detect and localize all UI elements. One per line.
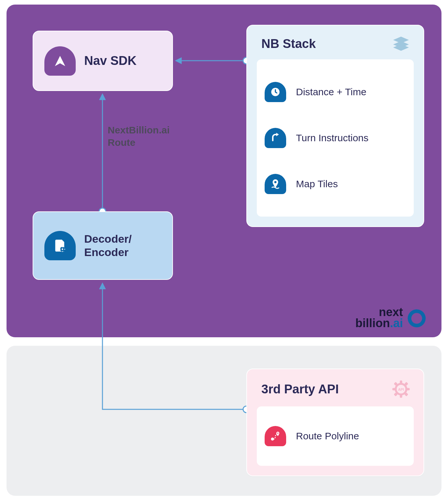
layers-icon: [392, 36, 410, 52]
svg-rect-15: [400, 395, 402, 398]
nb-stack-item-label: Map Tiles: [296, 178, 338, 190]
nav-icon: [44, 46, 76, 76]
third-party-item-label: Route Polyline: [296, 431, 359, 442]
nb-stack-item-label: Turn Instructions: [296, 132, 368, 144]
nb-stack-item: Map Tiles: [265, 174, 406, 194]
svg-text:API: API: [398, 387, 404, 391]
nb-stack-item-label: Distance + Time: [296, 86, 366, 98]
logo-line2: billion: [355, 316, 390, 330]
logo-mark-icon: [406, 293, 428, 329]
nav-sdk-title: Nav SDK: [84, 54, 137, 68]
logo-suffix: .ai: [390, 316, 403, 330]
turn-icon: [265, 128, 286, 148]
nb-stack-card: NB Stack Distance + Time Turn Instructio…: [246, 25, 424, 227]
map-pin-icon: [265, 174, 286, 194]
third-party-body: Route Polyline: [257, 406, 414, 466]
third-party-item: Route Polyline: [265, 426, 406, 446]
nextbillion-logo: next billion.ai: [350, 290, 428, 329]
svg-rect-17: [407, 388, 410, 390]
route-icon: [265, 426, 286, 446]
api-gear-icon: API: [392, 380, 410, 399]
decoder-icon: [44, 231, 76, 260]
clock-icon: [265, 82, 286, 102]
decoder-title: Decoder/ Encoder: [84, 232, 132, 259]
svg-point-25: [277, 433, 279, 434]
decoder-card: Decoder/ Encoder: [33, 211, 173, 280]
nb-stack-item: Turn Instructions: [265, 128, 406, 148]
nb-stack-item: Distance + Time: [265, 82, 406, 102]
svg-point-6: [62, 249, 63, 250]
third-party-title: 3rd Party API: [261, 382, 339, 396]
nb-stack-body: Distance + Time Turn Instructions Map Ti…: [257, 59, 414, 217]
svg-rect-16: [392, 388, 395, 390]
svg-point-12: [274, 181, 277, 183]
diagram-stage: Nav SDK NextBillion.ai Route Decoder/ En…: [0, 0, 448, 501]
nb-stack-title: NB Stack: [261, 37, 316, 51]
nav-sdk-card: Nav SDK: [33, 31, 173, 91]
edge-label: NextBillion.ai Route: [108, 124, 206, 148]
third-party-card: 3rd Party API API: [246, 369, 424, 476]
svg-rect-14: [400, 380, 402, 384]
